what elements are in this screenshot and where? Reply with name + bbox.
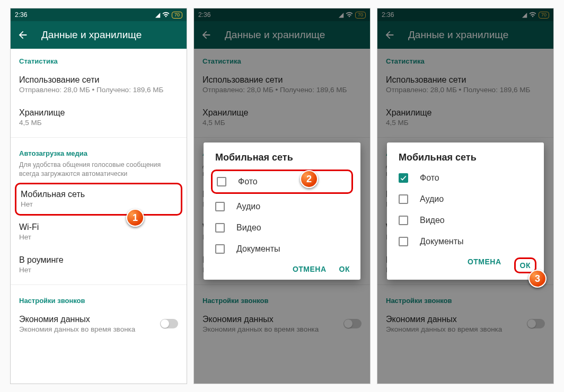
item-roaming[interactable]: В роуминге Нет xyxy=(11,248,187,281)
low-data-switch[interactable] xyxy=(160,319,178,328)
section-calls: Настройки звонков xyxy=(11,288,187,308)
status-time: 2:36 xyxy=(15,11,27,19)
badge-3: 3 xyxy=(528,270,547,288)
checkbox-icon[interactable] xyxy=(215,223,225,233)
dialog-title: Мобильная сеть xyxy=(387,152,544,167)
checkbox-icon[interactable] xyxy=(217,177,226,186)
cancel-button[interactable]: ОТМЕНА xyxy=(293,265,327,273)
status-bar: 2:36 ◢ 70 xyxy=(11,8,187,21)
cancel-button[interactable]: ОТМЕНА xyxy=(468,257,501,273)
dialog-mobile-autoload: Мобильная сеть Фото Аудио Видео Документ… xyxy=(204,142,360,280)
item-network-usage[interactable]: Использование сети Отправлено: 28,0 МБ •… xyxy=(11,68,187,101)
checkbox-icon[interactable] xyxy=(399,194,408,204)
wifi-icon xyxy=(162,11,170,19)
checkbox-icon[interactable] xyxy=(399,237,408,246)
item-storage[interactable]: Хранилище 4,5 МБ xyxy=(11,101,187,134)
checkbox-checked-icon[interactable] xyxy=(399,173,408,183)
option-video[interactable]: Видео xyxy=(204,217,360,238)
item-mobile-sub: Нет xyxy=(21,200,177,208)
phone-screen-3: 2:36 ◢ 70 Данные и хранилище Статистика … xyxy=(377,8,554,384)
signal-icon: ◢ xyxy=(155,11,160,19)
app-header: Данные и хранилище xyxy=(11,21,187,49)
option-audio[interactable]: Аудио xyxy=(204,196,360,217)
option-documents[interactable]: Документы xyxy=(387,231,544,252)
option-photo[interactable]: Фото xyxy=(215,174,349,189)
badge-2: 2 xyxy=(300,170,318,188)
divider xyxy=(11,284,187,285)
ok-button[interactable]: ОК xyxy=(520,261,531,270)
divider xyxy=(11,137,187,138)
checkbox-icon[interactable] xyxy=(399,216,408,225)
dialog-mobile-autoload: Мобильная сеть Фото Аудио Видео Документ… xyxy=(387,142,544,280)
item-mobile-title[interactable]: Мобильная сеть xyxy=(21,190,177,199)
item-wifi[interactable]: Wi-Fi Нет xyxy=(11,216,187,248)
ok-button[interactable]: ОК xyxy=(339,265,350,273)
phone-screen-2: 2:36 ◢ 70 Данные и хранилище Статистика … xyxy=(193,8,371,384)
checkbox-icon[interactable] xyxy=(215,202,225,211)
option-documents[interactable]: Документы xyxy=(204,238,360,260)
highlight-mobile: Мобильная сеть Нет xyxy=(15,183,182,216)
highlight-photo-option: Фото xyxy=(211,170,353,194)
back-arrow-icon[interactable] xyxy=(17,29,29,41)
checkbox-icon[interactable] xyxy=(215,244,225,254)
dialog-title: Мобильная сеть xyxy=(204,152,360,167)
option-video[interactable]: Видео xyxy=(387,210,544,231)
battery-icon: 70 xyxy=(172,12,182,19)
badge-1: 1 xyxy=(126,209,144,227)
section-autoload: Автозагрузка медиа xyxy=(11,141,187,161)
phone-screen-1: 2:36 ◢ 70 Данные и хранилище Статистика … xyxy=(10,8,187,384)
option-photo[interactable]: Фото xyxy=(387,167,544,189)
content-area: Статистика Использование сети Отправлено… xyxy=(11,49,187,341)
item-low-data[interactable]: Экономия данных Экономия данных во время… xyxy=(11,308,187,341)
autoload-helper: Для удобства общения голосовые сообщения… xyxy=(11,161,187,183)
section-stats: Статистика xyxy=(11,49,187,68)
option-audio[interactable]: Аудио xyxy=(387,189,544,210)
page-title: Данные и хранилище xyxy=(41,29,142,41)
status-icons: ◢ 70 xyxy=(155,11,182,19)
